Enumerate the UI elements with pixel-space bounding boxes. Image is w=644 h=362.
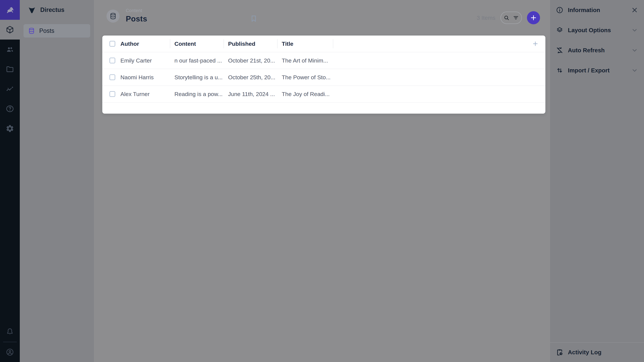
sidebar-item-label: Posts <box>39 27 54 34</box>
directus-rabbit-logo-icon <box>4 4 15 15</box>
nav-sidebar: Directus Posts <box>20 0 94 362</box>
column-header-title[interactable]: Title <box>282 40 293 47</box>
notifications-button[interactable] <box>0 322 20 342</box>
account-circle-icon <box>6 348 14 357</box>
items-count: 3 Items <box>477 14 496 21</box>
header-actions: 3 Items <box>477 0 540 35</box>
chevron-down-icon[interactable] <box>631 67 638 74</box>
row-checkbox[interactable] <box>110 74 115 80</box>
info-icon <box>556 6 564 14</box>
row-checkbox[interactable] <box>110 91 115 97</box>
module-bar <box>0 0 20 362</box>
table-header-row: Author Content Published Title <box>102 35 546 52</box>
bookmark-button[interactable] <box>250 14 258 23</box>
collection-icon-button[interactable] <box>106 9 120 23</box>
sidebar-section-auto-refresh[interactable]: Auto Refresh <box>550 40 644 60</box>
database-icon <box>109 12 117 20</box>
filter-icon[interactable] <box>512 14 519 21</box>
account-button[interactable] <box>0 342 20 362</box>
swap-vert-icon <box>556 66 564 74</box>
cell-author: Naomi Harris <box>120 74 154 81</box>
bookmark-icon <box>250 14 258 23</box>
sidebar-section-label: Information <box>568 7 626 13</box>
cell-content: n our fast-paced ... <box>174 57 222 64</box>
sidebar-section-label: Layout Options <box>568 27 626 33</box>
select-all-checkbox[interactable] <box>110 41 115 46</box>
column-header-published[interactable]: Published <box>228 40 255 47</box>
cell-author: Alex Turner <box>120 91 150 97</box>
project-logo-icon <box>28 5 36 14</box>
database-icon <box>28 27 35 34</box>
help-icon <box>6 104 14 113</box>
cell-published: June 11th, 2024 ... <box>228 91 275 97</box>
box-icon <box>6 25 14 34</box>
search-icon[interactable] <box>503 14 510 21</box>
gear-icon <box>6 124 14 133</box>
table-row[interactable]: Naomi Harris Storytelling is a u... Octo… <box>102 69 546 86</box>
sidebar-section-layout-options[interactable]: Layout Options <box>550 20 644 40</box>
sidebar-section-import-export[interactable]: Import / Export <box>550 60 644 80</box>
chevron-down-icon[interactable] <box>631 46 638 54</box>
table-row[interactable]: Emily Carter n our fast-paced ... Octobe… <box>102 52 546 69</box>
main-content: Content Posts 3 Items <box>94 0 550 362</box>
sidebar-section-label: Import / Export <box>568 67 626 74</box>
add-item-button[interactable] <box>527 11 540 24</box>
items-table: Author Content Published Title Emily Car… <box>102 35 546 114</box>
sidebar-section-information[interactable]: Information <box>550 0 644 20</box>
column-header-author[interactable]: Author <box>120 40 139 47</box>
insights-icon <box>6 85 14 93</box>
module-users[interactable] <box>0 39 20 59</box>
cell-title: The Power of Sto... <box>282 74 330 81</box>
cell-content: Storytelling is a u... <box>174 74 222 81</box>
directus-logo[interactable] <box>0 0 20 20</box>
module-files[interactable] <box>0 59 20 79</box>
activity-log-button[interactable]: Activity Log <box>550 342 644 362</box>
module-content[interactable] <box>0 20 20 39</box>
row-checkbox[interactable] <box>110 58 115 63</box>
folder-icon <box>6 65 14 73</box>
add-column-icon[interactable] <box>532 40 539 47</box>
cell-content: Reading is a pow... <box>174 91 222 97</box>
module-help[interactable] <box>0 99 20 119</box>
sidebar-item-posts[interactable]: Posts <box>24 24 90 37</box>
layers-icon <box>556 26 564 34</box>
cell-title: The Art of Minim... <box>282 57 328 64</box>
sidebar-section-label: Auto Refresh <box>568 47 626 54</box>
title-block: Content Posts <box>126 8 147 23</box>
plus-icon <box>530 14 537 21</box>
activity-log-label: Activity Log <box>568 349 644 356</box>
cell-title: The Joy of Readi... <box>282 91 330 97</box>
project-header[interactable]: Directus <box>20 0 94 20</box>
clipboard-clock-icon <box>556 349 564 356</box>
cell-published: October 25th, 20... <box>228 74 276 81</box>
sync-disabled-icon <box>556 46 564 54</box>
module-insights[interactable] <box>0 79 20 99</box>
page-title: Posts <box>126 14 147 23</box>
breadcrumb: Content <box>126 8 147 13</box>
right-sidebar: Information Layout Options Auto Refresh <box>550 0 644 362</box>
module-settings[interactable] <box>0 119 20 138</box>
close-icon[interactable] <box>631 6 638 14</box>
column-header-content[interactable]: Content <box>174 40 196 47</box>
project-name: Directus <box>40 6 64 13</box>
cell-author: Emily Carter <box>120 57 152 64</box>
table-row[interactable]: Alex Turner Reading is a pow... June 11t… <box>102 86 546 103</box>
people-icon <box>6 45 14 54</box>
search-filter-pill[interactable] <box>500 11 522 24</box>
cell-published: October 21st, 20... <box>228 57 275 64</box>
page-header: Content Posts 3 Items <box>94 0 550 35</box>
chevron-down-icon[interactable] <box>631 26 638 34</box>
bell-icon <box>6 328 14 336</box>
